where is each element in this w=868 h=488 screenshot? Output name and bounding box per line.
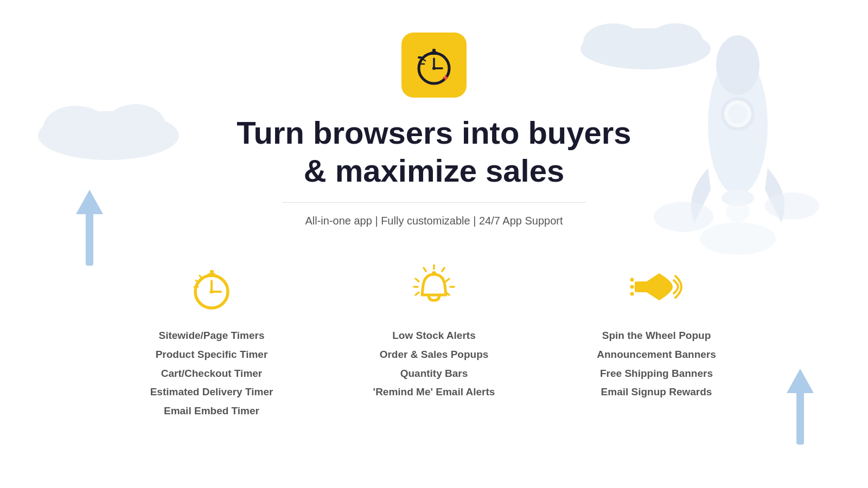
banners-list: Spin the Wheel Popup Announcement Banner… (597, 329, 716, 404)
list-item: Announcement Banners (597, 348, 716, 362)
stopwatch-app-icon (412, 43, 456, 87)
features-grid: Sitewide/Page Timers Product Specific Ti… (108, 260, 760, 423)
svg-line-44 (446, 279, 449, 281)
svg-line-38 (200, 275, 202, 279)
list-item: 'Remind Me' Email Alerts (373, 386, 495, 399)
svg-point-35 (210, 290, 214, 294)
list-item: Sitewide/Page Timers (150, 329, 273, 343)
list-item: Product Specific Timer (150, 348, 273, 362)
svg-point-51 (630, 285, 634, 289)
svg-line-42 (416, 292, 419, 295)
feature-column-banners: Spin the Wheel Popup Announcement Banner… (553, 260, 760, 423)
headline: Turn browsers into buyers & maximize sal… (237, 114, 631, 189)
headline-divider (282, 202, 586, 203)
timers-icon (184, 260, 239, 314)
subtitle: All-in-one app | Fully customizable | 24… (305, 215, 563, 227)
main-container: Turn browsers into buyers & maximize sal… (0, 0, 868, 423)
list-item: Order & Sales Popups (373, 348, 495, 362)
svg-line-48 (442, 268, 444, 271)
list-item: Spin the Wheel Popup (597, 329, 716, 343)
app-icon (401, 33, 467, 98)
svg-point-52 (630, 292, 634, 296)
svg-point-25 (432, 67, 436, 70)
banners-icon (629, 260, 684, 314)
svg-line-29 (423, 59, 425, 61)
list-item: Free Shipping Banners (597, 367, 716, 381)
svg-line-47 (424, 268, 426, 271)
list-item: Quantity Bars (373, 367, 495, 381)
alerts-list: Low Stock Alerts Order & Sales Popups Qu… (373, 329, 495, 404)
list-item: Email Embed Timer (150, 404, 273, 418)
feature-column-alerts: Low Stock Alerts Order & Sales Popups Qu… (331, 260, 537, 423)
svg-point-39 (432, 271, 436, 275)
svg-rect-49 (635, 281, 637, 292)
list-item: Cart/Checkout Timer (150, 367, 273, 381)
alerts-icon (407, 260, 461, 314)
list-item: Email Signup Rewards (597, 386, 716, 399)
list-item: Low Stock Alerts (373, 329, 495, 343)
svg-rect-32 (210, 270, 214, 275)
svg-rect-21 (432, 49, 436, 53)
svg-line-41 (416, 279, 419, 281)
svg-point-50 (630, 278, 634, 282)
list-item: Estimated Delivery Timer (150, 386, 273, 399)
feature-column-timers: Sitewide/Page Timers Product Specific Ti… (108, 260, 315, 423)
svg-rect-22 (418, 56, 422, 59)
timers-list: Sitewide/Page Timers Product Specific Ti… (150, 329, 273, 423)
svg-rect-27 (445, 75, 446, 80)
